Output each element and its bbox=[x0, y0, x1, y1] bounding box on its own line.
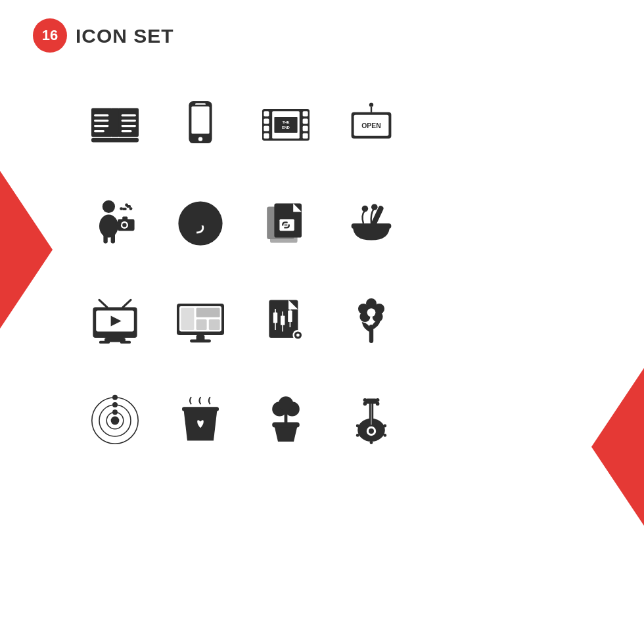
icon-solar-system bbox=[72, 371, 158, 470]
svg-point-100 bbox=[112, 409, 118, 415]
svg-rect-37 bbox=[111, 233, 115, 243]
decorative-triangle-right bbox=[591, 368, 644, 526]
svg-rect-81 bbox=[281, 315, 285, 325]
svg-point-58 bbox=[362, 206, 369, 212]
icon-rial-currency: ر bbox=[158, 174, 243, 273]
icon-flower bbox=[329, 273, 414, 371]
svg-rect-6 bbox=[94, 130, 104, 132]
icon-file-link bbox=[243, 174, 329, 273]
svg-rect-75 bbox=[190, 339, 211, 342]
svg-point-98 bbox=[112, 402, 118, 407]
icon-mortar-pestle bbox=[329, 174, 414, 273]
svg-point-119 bbox=[356, 425, 359, 428]
svg-point-34 bbox=[103, 200, 115, 213]
decorative-triangle-left bbox=[0, 171, 53, 329]
svg-rect-26 bbox=[274, 117, 297, 133]
svg-rect-20 bbox=[264, 133, 269, 139]
icon-count-badge: 16 bbox=[33, 18, 67, 53]
svg-rect-83 bbox=[288, 310, 292, 322]
svg-rect-102 bbox=[182, 407, 219, 411]
svg-point-59 bbox=[371, 204, 378, 210]
icon-guitar bbox=[329, 371, 414, 470]
icon-person-camera bbox=[72, 174, 158, 273]
svg-point-107 bbox=[279, 396, 293, 411]
icon-plant-pot bbox=[243, 371, 329, 470]
svg-point-123 bbox=[370, 441, 373, 444]
icon-coffee-cup bbox=[158, 371, 243, 470]
svg-rect-23 bbox=[303, 126, 308, 131]
svg-text:OPEN: OPEN bbox=[361, 122, 380, 129]
svg-line-63 bbox=[99, 300, 107, 307]
svg-rect-111 bbox=[365, 398, 377, 403]
page-title: ICON SET bbox=[76, 25, 174, 47]
svg-rect-46 bbox=[122, 208, 126, 210]
svg-rect-22 bbox=[303, 118, 308, 124]
svg-rect-11 bbox=[91, 138, 139, 142]
svg-rect-19 bbox=[264, 126, 269, 131]
svg-point-101 bbox=[111, 417, 120, 425]
svg-rect-1 bbox=[118, 108, 139, 137]
svg-rect-70 bbox=[181, 308, 194, 330]
svg-rect-8 bbox=[122, 120, 136, 122]
svg-rect-13 bbox=[191, 106, 209, 134]
svg-point-93 bbox=[366, 298, 377, 309]
svg-rect-24 bbox=[303, 133, 308, 139]
svg-text:END: END bbox=[282, 126, 290, 129]
svg-rect-71 bbox=[196, 308, 220, 317]
svg-point-112 bbox=[363, 398, 367, 402]
svg-point-29 bbox=[369, 103, 373, 106]
svg-point-122 bbox=[383, 434, 386, 437]
icon-film-the-end: THE END bbox=[243, 76, 329, 174]
svg-rect-18 bbox=[264, 118, 269, 124]
svg-text:ر: ر bbox=[196, 217, 204, 234]
svg-rect-10 bbox=[122, 130, 132, 132]
icon-open-book bbox=[72, 76, 158, 174]
svg-rect-47 bbox=[127, 205, 131, 208]
svg-point-96 bbox=[112, 395, 118, 400]
svg-rect-21 bbox=[303, 111, 308, 116]
svg-point-114 bbox=[376, 398, 380, 402]
svg-point-35 bbox=[99, 214, 118, 237]
svg-rect-42 bbox=[115, 222, 122, 225]
svg-rect-79 bbox=[273, 313, 277, 323]
svg-point-113 bbox=[363, 402, 367, 406]
svg-rect-66 bbox=[99, 341, 110, 344]
icon-file-chart bbox=[243, 273, 329, 371]
svg-line-64 bbox=[123, 300, 131, 307]
svg-rect-7 bbox=[122, 114, 136, 116]
icon-smartphone bbox=[158, 76, 243, 174]
svg-rect-67 bbox=[120, 341, 131, 344]
svg-point-94 bbox=[367, 308, 376, 317]
svg-rect-4 bbox=[94, 120, 108, 122]
svg-point-14 bbox=[198, 137, 202, 141]
svg-point-120 bbox=[383, 425, 386, 428]
svg-point-86 bbox=[296, 334, 300, 337]
svg-rect-15 bbox=[195, 103, 206, 104]
svg-rect-17 bbox=[264, 111, 269, 116]
svg-point-117 bbox=[369, 428, 374, 434]
svg-rect-9 bbox=[122, 125, 136, 127]
svg-rect-72 bbox=[196, 319, 207, 330]
svg-rect-36 bbox=[103, 233, 107, 243]
svg-rect-41 bbox=[122, 217, 127, 221]
icon-grid: THE END OPEN bbox=[72, 76, 414, 470]
svg-point-115 bbox=[376, 402, 380, 406]
icon-tv-play bbox=[72, 273, 158, 371]
svg-text:THE: THE bbox=[282, 120, 289, 124]
svg-point-121 bbox=[356, 434, 359, 437]
svg-rect-0 bbox=[91, 108, 112, 137]
icon-monitor-layout bbox=[158, 273, 243, 371]
svg-point-40 bbox=[122, 223, 126, 227]
icon-open-sign: OPEN bbox=[329, 76, 414, 174]
svg-rect-5 bbox=[94, 125, 108, 127]
svg-rect-3 bbox=[94, 114, 108, 116]
svg-rect-73 bbox=[209, 319, 220, 330]
svg-rect-2 bbox=[111, 108, 118, 137]
